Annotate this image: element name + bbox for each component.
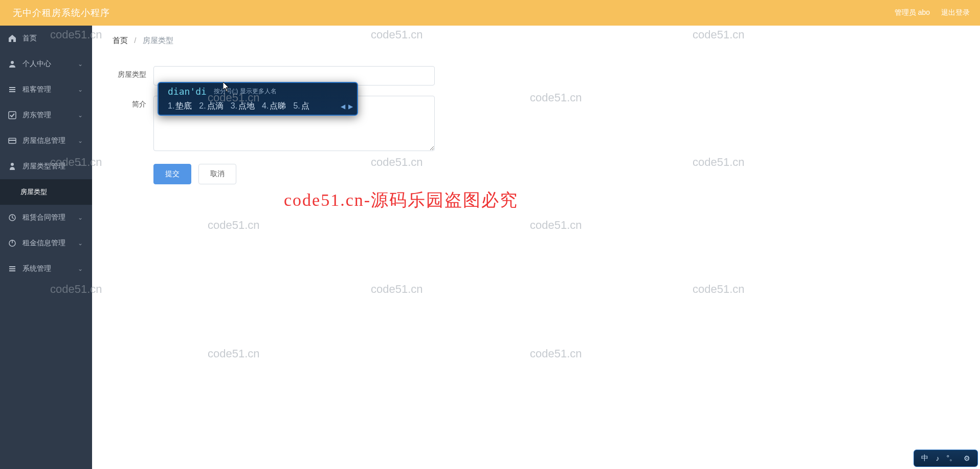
svg-rect-12 [9,268,15,269]
sidebar-subitem-5-0[interactable]: 房屋类型 [0,179,92,205]
list-icon [8,86,16,94]
ime-cand-num: 5. [293,101,300,110]
ime-pinyin-input: dian'di [168,86,207,97]
chevron-down-icon: ⌄ [78,112,83,119]
sidebar-item-label: 个人中心 [23,59,51,69]
svg-rect-2 [9,89,15,90]
ime-candidate-2[interactable]: 3.点地 [231,101,255,112]
sidebar-item-label: 首页 [23,34,37,43]
ime-punct-icon[interactable]: °。 [946,454,956,463]
ime-settings-icon[interactable]: ⚙ [964,454,970,462]
ime-paging: ◀ ▶ [341,103,353,110]
sidebar-item-label: 系统管理 [23,264,51,273]
sidebar-subitem-label: 房屋类型 [20,187,47,197]
svg-point-0 [11,61,14,64]
breadcrumb-current: 房屋类型 [143,36,173,45]
sidebar-item-label: 租金信息管理 [23,239,65,248]
ime-candidate-4[interactable]: 5.点 [293,101,309,112]
current-user-label[interactable]: 管理员 abo [895,8,930,17]
ime-cand-num: 2. [199,101,206,110]
ime-mode-toggle[interactable]: 中 [921,454,928,463]
ime-popup: dian'di 按分号(;) 显示更多人名 1.垫底2.点滴3.点地4.点睇5.… [158,82,358,116]
sidebar-item-label: 租客管理 [23,85,51,94]
sidebar-item-3[interactable]: 房东管理⌄ [0,102,92,128]
svg-rect-1 [9,87,15,88]
chevron-down-icon: ⌄ [78,137,83,144]
form-button-row: 提交 取消 [102,164,970,184]
ime-candidate-0[interactable]: 1.垫底 [168,101,192,112]
sidebar-item-6[interactable]: 租赁合同管理⌄ [0,205,92,230]
sidebar-item-4[interactable]: 房屋信息管理⌄ [0,128,92,154]
svg-rect-13 [9,270,15,271]
sidebar-item-1[interactable]: 个人中心⌄ [0,51,92,77]
app-title: 无中介租房系统小程序 [13,7,110,19]
sidebar-item-label: 房屋类型管理 [23,162,65,171]
ime-candidates: 1.垫底2.点滴3.点地4.点睇5.点 [168,101,309,112]
breadcrumb-home[interactable]: 首页 [113,36,128,45]
card-icon [8,137,16,145]
home-icon [8,34,16,42]
chevron-down-icon: ⌄ [78,265,83,272]
check-icon [8,111,16,119]
submit-button[interactable]: 提交 [153,164,191,184]
top-header: 无中介租房系统小程序 管理员 abo 退出登录 [0,0,980,26]
svg-point-7 [11,163,14,166]
sidebar-item-label: 房屋信息管理 [23,136,65,145]
svg-rect-4 [9,112,16,119]
ime-hint: 按分号(;) 显示更多人名 [214,87,277,96]
chevron-down-icon: ⌄ [78,240,83,247]
bars-icon [8,265,16,273]
ime-candidate-3[interactable]: 4.点睇 [262,101,286,112]
chevron-down-icon: ⌄ [78,86,83,93]
form-label-type: 房屋类型 [102,66,153,79]
form-panel: 房屋类型 简介 提交 取消 [102,56,970,200]
breadcrumb-sep: / [134,36,136,45]
sidebar-item-5[interactable]: 房屋类型管理⌄ [0,154,92,179]
ime-dock: 中 ♪ °。 ⚙ [914,450,978,467]
ime-candidate-row: 1.垫底2.点滴3.点地4.点睇5.点 ◀ ▶ [159,99,357,115]
app-root: 无中介租房系统小程序 管理员 abo 退出登录 首页个人中心⌄租客管理⌄房东管理… [0,0,980,469]
chevron-down-icon: ⌄ [78,163,83,170]
svg-rect-11 [9,266,15,267]
sidebar: 首页个人中心⌄租客管理⌄房东管理⌄房屋信息管理⌄房屋类型管理⌄房屋类型租赁合同管… [0,26,92,469]
ime-next-icon[interactable]: ▶ [348,103,353,110]
sidebar-item-0[interactable]: 首页 [0,26,92,51]
doc-icon [8,214,16,222]
chevron-down-icon: ⌄ [78,60,83,68]
logout-link[interactable]: 退出登录 [941,8,970,17]
tag-icon [8,162,16,170]
chevron-down-icon: ⌄ [78,214,83,221]
sidebar-item-label: 租赁合同管理 [23,213,65,222]
sidebar-item-label: 房东管理 [23,111,51,120]
cancel-button[interactable]: 取消 [198,164,236,184]
power-icon [8,239,16,247]
user-icon [8,60,16,68]
sidebar-item-8[interactable]: 系统管理⌄ [0,256,92,282]
ime-shape-icon[interactable]: ♪ [936,454,939,462]
header-right: 管理员 abo 退出登录 [895,8,970,17]
svg-rect-3 [9,91,15,92]
svg-rect-6 [9,140,16,141]
ime-top-row: dian'di 按分号(;) 显示更多人名 [159,83,357,99]
ime-cand-num: 3. [231,101,237,110]
form-label-intro: 简介 [102,96,153,109]
ime-cand-num: 4. [262,101,269,110]
sidebar-item-7[interactable]: 租金信息管理⌄ [0,230,92,256]
ime-candidate-1[interactable]: 2.点滴 [199,101,223,112]
ime-prev-icon[interactable]: ◀ [341,103,345,110]
sidebar-item-2[interactable]: 租客管理⌄ [0,77,92,102]
breadcrumb: 首页 / 房屋类型 [92,26,980,51]
ime-cand-num: 1. [168,101,174,110]
sidebar-submenu-5: 房屋类型 [0,179,92,205]
